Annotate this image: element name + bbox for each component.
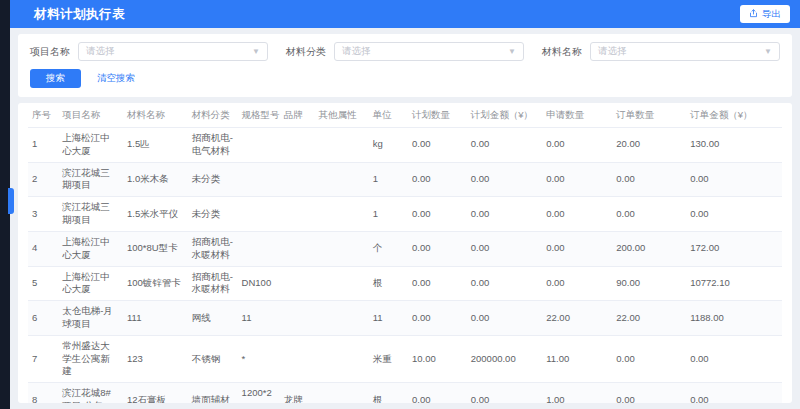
table-cell: 0.00 xyxy=(612,335,686,382)
table-cell: 个 xyxy=(369,231,408,266)
search-button[interactable]: 搜索 xyxy=(30,69,81,88)
column-header: 单位 xyxy=(369,103,408,128)
table-cell: 招商机电-水暖材料 xyxy=(188,266,238,301)
export-icon xyxy=(749,9,758,20)
table-cell: 未分类 xyxy=(188,197,238,232)
table-row[interactable]: 7常州盛达大学生公寓新建123不锈钢*米重10.00200000.0011.00… xyxy=(28,335,782,382)
table-cell: 0.00 xyxy=(542,266,612,301)
filter-row: 项目名称 请选择 ▼ 材料分类 请选择 ▼ 材料 xyxy=(30,42,780,61)
table-cell: 0.00 xyxy=(467,301,542,336)
table-cell: 123 xyxy=(123,335,188,382)
table-cell xyxy=(280,162,315,197)
material-category-select[interactable]: 请选择 ▼ xyxy=(334,42,524,61)
column-header: 订单数量 xyxy=(612,103,686,128)
table-cell: 2 xyxy=(28,162,58,197)
table-cell: 墙面辅材 xyxy=(188,383,238,403)
column-header: 序号 xyxy=(28,103,58,128)
table-row[interactable]: 6太仓电梯-月球项目111网线11110.000.0022.0022.00118… xyxy=(28,301,782,336)
table-cell: 1.0米木条 xyxy=(123,162,188,197)
table-row[interactable]: 8滨江花城8#项目-分包12石膏板墙面辅材1200*2440*12龙牌根0.00… xyxy=(28,383,782,403)
table-cell: 0.00 xyxy=(542,128,612,163)
table-cell: 1.00 xyxy=(542,383,612,403)
table-cell: 0.00 xyxy=(467,231,542,266)
table-cell: 1200*2440*12 xyxy=(238,383,280,403)
table-cell: 172.00 xyxy=(686,231,782,266)
project-name-label: 项目名称 xyxy=(30,45,70,59)
clear-search-link[interactable]: 清空搜索 xyxy=(97,72,135,85)
table-cell xyxy=(280,335,315,382)
table-cell: 根 xyxy=(369,383,408,403)
chevron-down-icon: ▼ xyxy=(252,48,260,56)
table-cell: 上海松江中心大厦 xyxy=(58,266,123,301)
table-row[interactable]: 1上海松江中心大厦1.5匹招商机电-电气材料kg0.000.000.0020.0… xyxy=(28,128,782,163)
table-cell: 未分类 xyxy=(188,162,238,197)
table-row[interactable]: 5上海松江中心大厦100镀锌管卡招商机电-水暖材料DN100根0.000.000… xyxy=(28,266,782,301)
table-cell: 0.00 xyxy=(686,335,782,382)
table-cell: 4 xyxy=(28,231,58,266)
filter-panel: 项目名称 请选择 ▼ 材料分类 请选择 ▼ 材料 xyxy=(18,34,792,97)
table-cell xyxy=(314,383,368,403)
chevron-down-icon: ▼ xyxy=(764,48,772,56)
table-cell: 招商机电-电气材料 xyxy=(188,128,238,163)
table-cell: 22.00 xyxy=(612,301,686,336)
table-cell xyxy=(238,162,280,197)
material-name-select[interactable]: 请选择 ▼ xyxy=(590,42,780,61)
table-cell: 0.00 xyxy=(686,383,782,403)
table-cell: 0.00 xyxy=(467,128,542,163)
table-panel: 序号项目名称材料名称材料分类规格型号品牌其他属性单位计划数量计划金额（¥）申请数… xyxy=(18,103,792,403)
table-cell xyxy=(238,197,280,232)
table-cell xyxy=(314,266,368,301)
table-cell: 11 xyxy=(369,301,408,336)
table-cell: * xyxy=(238,335,280,382)
app-window: 材料计划执行表 导出 项目名称 请选择 ▼ xyxy=(0,0,800,409)
table-body: 1上海松江中心大厦1.5匹招商机电-电气材料kg0.000.000.0020.0… xyxy=(28,128,782,404)
column-header: 规格型号 xyxy=(238,103,280,128)
table-cell: 不锈钢 xyxy=(188,335,238,382)
table-cell: 100镀锌管卡 xyxy=(123,266,188,301)
table-cell: 10772.10 xyxy=(686,266,782,301)
table-cell: 6 xyxy=(28,301,58,336)
table-cell xyxy=(238,231,280,266)
table-cell: 1.5匹 xyxy=(123,128,188,163)
table-row[interactable]: 2滨江花城三期项目1.0米木条未分类10.000.000.000.000.00 xyxy=(28,162,782,197)
table-cell: 111 xyxy=(123,301,188,336)
filter-group-material: 材料名称 请选择 ▼ xyxy=(542,42,780,61)
table-cell: 1 xyxy=(369,162,408,197)
table-cell: 12石膏板 xyxy=(123,383,188,403)
sidebar-toggle-handle[interactable] xyxy=(8,188,14,214)
material-category-label: 材料分类 xyxy=(286,45,326,59)
project-name-select[interactable]: 请选择 ▼ xyxy=(78,42,268,61)
table-cell xyxy=(314,231,368,266)
table-cell: 0.00 xyxy=(686,162,782,197)
filter-group-category: 材料分类 请选择 ▼ xyxy=(286,42,524,61)
top-bar: 材料计划执行表 导出 xyxy=(10,0,800,28)
table-cell: 根 xyxy=(369,266,408,301)
table-cell: 0.00 xyxy=(612,383,686,403)
table-row[interactable]: 3滨江花城三期项目1.5米水平仪未分类10.000.000.000.000.00 xyxy=(28,197,782,232)
table-cell: 1 xyxy=(369,197,408,232)
page-title: 材料计划执行表 xyxy=(34,6,125,23)
table-cell: 11.00 xyxy=(542,335,612,382)
table-cell: 1.5米水平仪 xyxy=(123,197,188,232)
column-header: 项目名称 xyxy=(58,103,123,128)
table-cell xyxy=(314,128,368,163)
table-cell: 22.00 xyxy=(542,301,612,336)
table-cell: 滨江花城三期项目 xyxy=(58,197,123,232)
material-category-placeholder: 请选择 xyxy=(342,45,371,58)
column-header: 材料名称 xyxy=(123,103,188,128)
table-cell: 0.00 xyxy=(467,266,542,301)
filter-group-project: 项目名称 请选择 ▼ xyxy=(30,42,268,61)
materials-table: 序号项目名称材料名称材料分类规格型号品牌其他属性单位计划数量计划金额（¥）申请数… xyxy=(28,103,782,403)
export-button[interactable]: 导出 xyxy=(740,5,790,23)
content-area: 项目名称 请选择 ▼ 材料分类 请选择 ▼ 材料 xyxy=(10,28,800,409)
column-header: 材料分类 xyxy=(188,103,238,128)
table-header-row: 序号项目名称材料名称材料分类规格型号品牌其他属性单位计划数量计划金额（¥）申请数… xyxy=(28,103,782,128)
filter-actions: 搜索 清空搜索 xyxy=(30,69,780,88)
table-row[interactable]: 4上海松江中心大厦100*8U型卡招商机电-水暖材料个0.000.000.002… xyxy=(28,231,782,266)
table-cell: 龙牌 xyxy=(280,383,315,403)
table-cell: kg xyxy=(369,128,408,163)
table-cell: 20.00 xyxy=(612,128,686,163)
table-cell: 0.00 xyxy=(467,162,542,197)
table-cell: 200000.00 xyxy=(467,335,542,382)
table-cell: 上海松江中心大厦 xyxy=(58,231,123,266)
